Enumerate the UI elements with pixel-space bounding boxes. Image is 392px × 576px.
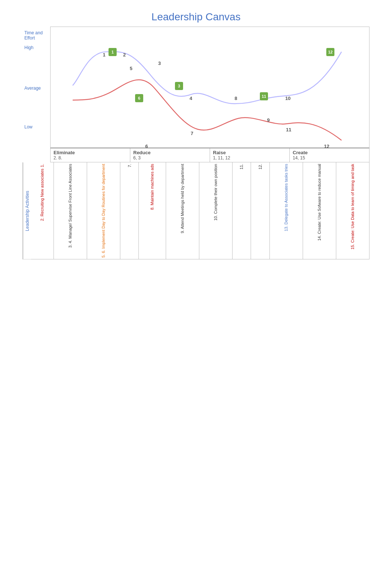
dot-7: 7 bbox=[188, 129, 196, 137]
dot-9: 9 bbox=[264, 116, 272, 124]
y-high: High bbox=[24, 45, 34, 50]
act-14: 14. Create: Use Sofware to reduce manual bbox=[317, 164, 322, 241]
act-8: 8. Maintain machines ads bbox=[149, 164, 155, 210]
dot-6-low: 6 bbox=[142, 142, 151, 150]
dot-11-green: 11 bbox=[260, 92, 268, 100]
dot-4: 4 bbox=[187, 94, 195, 102]
dot-11-low: 11 bbox=[285, 125, 293, 134]
cat-reduce-name: Reduce bbox=[133, 150, 207, 155]
chart-title: Leadership Canvas bbox=[7, 11, 385, 23]
act-10: 10. Complete their own position bbox=[213, 164, 218, 221]
cat-raise-items: 1, 11, 12 bbox=[213, 155, 286, 161]
dot-1-green: 1 bbox=[109, 48, 117, 56]
act-2: 2. Recruiting New associates bbox=[39, 169, 45, 221]
act-15: 15. Create: Use Data to learn of timing … bbox=[350, 164, 355, 249]
y-low: Low bbox=[24, 124, 32, 130]
dot-10: 10 bbox=[284, 94, 292, 102]
dot-2: 2 bbox=[120, 51, 128, 59]
act-7: 7. bbox=[127, 164, 132, 167]
chart-lines bbox=[51, 27, 369, 148]
dot-12-low: 12 bbox=[323, 142, 331, 150]
cat-eliminate-items: 2. 8. bbox=[54, 155, 127, 161]
dot-6-green: 6 bbox=[135, 94, 143, 102]
cat-create: Create 14, 15 bbox=[290, 148, 369, 162]
y-average: Average bbox=[24, 86, 41, 91]
cat-create-name: Create bbox=[293, 150, 366, 155]
cat-create-items: 14, 15 bbox=[293, 155, 366, 161]
act-1: 1. bbox=[39, 164, 45, 167]
cat-raise: Raise 1, 11, 12 bbox=[210, 148, 290, 162]
dot-3-green: 3 bbox=[175, 82, 183, 90]
te-label: Time and Effort bbox=[24, 30, 50, 41]
act-12: 12. bbox=[258, 164, 263, 169]
dot-12-green: 12 bbox=[326, 48, 334, 56]
page-container: Leadership Canvas Time and Effort High A… bbox=[0, 0, 392, 576]
dot-8: 8 bbox=[232, 94, 240, 102]
cat-eliminate: Eliminate 2. 8. bbox=[51, 148, 130, 162]
cat-raise-name: Raise bbox=[213, 150, 286, 155]
act-3-4: 3. 4. Manage/ Supervise Front Line Assoc… bbox=[68, 164, 73, 248]
activities-label: Leadership Activities bbox=[23, 162, 31, 259]
act-5-6: 5. 6. Implement Day to Day Routines for … bbox=[101, 164, 106, 258]
act-11: 11. bbox=[239, 164, 244, 169]
dot-1-outline: 1 bbox=[100, 51, 108, 59]
dot-3-outline: 3 bbox=[155, 59, 164, 67]
cat-reduce-items: 6, 3 bbox=[133, 155, 207, 161]
cat-eliminate-name: Eliminate bbox=[54, 150, 127, 155]
dot-5: 5 bbox=[127, 64, 135, 72]
cat-reduce: Reduce 6, 3 bbox=[130, 148, 210, 162]
act-9: 9. Attend Meetings held by department bbox=[180, 164, 185, 233]
act-13: 13. Delegate to Associates tasks tries bbox=[283, 164, 289, 231]
